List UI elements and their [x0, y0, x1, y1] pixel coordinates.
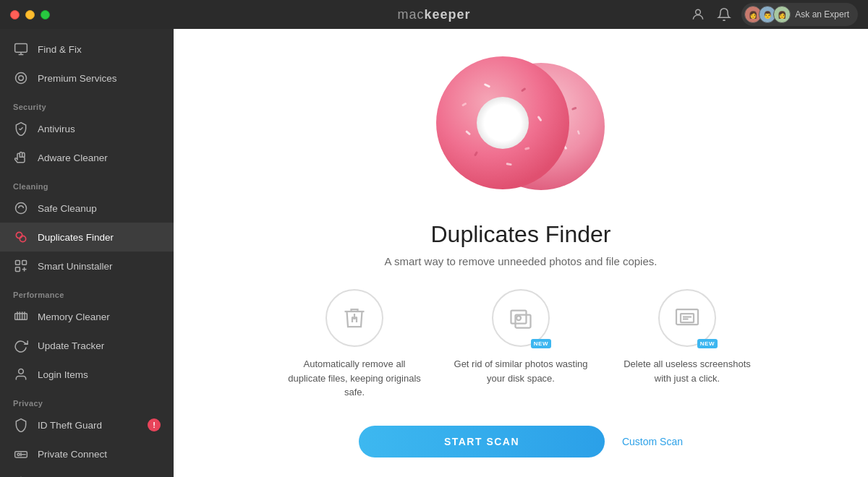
feature-desc-2: Get rid of similar photos wasting your d…	[452, 357, 590, 385]
app-logo: mackeeper	[397, 7, 470, 22]
feature-screenshots: NEW Delete all useless screenshots with …	[618, 289, 756, 385]
svg-point-10	[16, 232, 22, 238]
screenshots-icon	[674, 305, 700, 331]
section-privacy: Privacy	[0, 389, 174, 411]
sidebar-item-theft-guard[interactable]: ID Theft Guard !	[0, 411, 174, 439]
svg-point-5	[19, 76, 24, 81]
donuts-illustration	[420, 43, 622, 210]
avatar-3: 👩	[773, 6, 791, 23]
duplicate-icon	[13, 229, 29, 245]
sidebar-label-private-connect: Private Connect	[38, 449, 107, 460]
sidebar-label-update-tracker: Update Tracker	[38, 340, 104, 351]
feature-similar-photos: NEW Get rid of similar photos wasting yo…	[452, 289, 590, 385]
ask-expert-label: Ask an Expert	[795, 9, 849, 20]
theft-icon	[13, 417, 29, 433]
sidebar-item-smart-uninstaller[interactable]: Smart Uninstaller	[0, 252, 174, 280]
svg-point-26	[19, 369, 24, 374]
section-security: Security	[0, 93, 174, 114]
feature-icon-wrap-2: NEW	[492, 289, 550, 347]
new-badge-photos: NEW	[531, 339, 551, 348]
sidebar-item-premium[interactable]: Premium Services	[0, 64, 174, 93]
svg-point-4	[16, 73, 27, 84]
svg-point-42	[477, 97, 529, 149]
sidebar-item-find-fix[interactable]: Find & Fix	[0, 35, 174, 64]
sidebar-label-memory: Memory Cleaner	[38, 311, 110, 322]
sidebar-label-smart-uninstaller: Smart Uninstaller	[38, 261, 113, 272]
sidebar-label-premium: Premium Services	[38, 73, 117, 84]
memory-icon	[13, 309, 29, 325]
feature-title: Duplicates Finder	[431, 221, 611, 248]
bottom-actions: START SCAN Custom Scan	[359, 426, 683, 457]
sidebar-label-login-items: Login Items	[38, 369, 88, 380]
ask-expert-button[interactable]: 👩 👨 👩 Ask an Expert	[741, 3, 858, 26]
svg-rect-55	[681, 314, 694, 322]
sidebar: Find & Fix Premium Services Security Ant…	[0, 29, 174, 477]
titlebar: mackeeper 👩 👨 👩 Ask an Expert	[0, 0, 868, 29]
content-area: Duplicates Finder A smart way to remove …	[174, 29, 868, 477]
section-performance: Performance	[0, 280, 174, 302]
section-cleaning: Cleaning	[0, 172, 174, 194]
hand-icon	[13, 150, 29, 166]
sidebar-item-private-connect[interactable]: Private Connect	[0, 439, 174, 468]
maximize-button[interactable]	[41, 10, 50, 20]
custom-scan-link[interactable]: Custom Scan	[622, 436, 683, 447]
trash-download-icon	[341, 305, 367, 331]
feature-icon-wrap-3: NEW	[658, 289, 716, 347]
sidebar-label-duplicates: Duplicates Finder	[38, 232, 114, 243]
svg-rect-13	[22, 261, 27, 265]
svg-rect-14	[16, 267, 20, 272]
feature-subtitle: A smart way to remove unneeded photos an…	[385, 255, 658, 267]
svg-rect-1	[15, 44, 27, 53]
svg-line-6	[20, 129, 21, 130]
sidebar-item-adware[interactable]: Adware Cleaner	[0, 143, 174, 172]
shield-icon	[13, 121, 29, 137]
svg-point-11	[20, 236, 25, 241]
svg-line-7	[20, 127, 22, 129]
traffic-lights	[10, 10, 50, 20]
donuts-svg	[420, 43, 622, 210]
sidebar-label-theft-guard: ID Theft Guard	[38, 420, 102, 431]
star-icon	[13, 70, 29, 86]
sidebar-item-safe-cleanup[interactable]: Safe Cleanup	[0, 194, 174, 223]
sidebar-item-memory-cleaner[interactable]: Memory Cleaner	[0, 302, 174, 331]
svg-point-0	[696, 9, 701, 14]
svg-point-8	[16, 203, 27, 214]
feature-duplicate-files: Automatically remove all duplicate files…	[286, 289, 423, 400]
svg-rect-17	[15, 314, 27, 319]
feature-icon-wrap-1	[326, 289, 383, 347]
svg-point-28	[17, 453, 20, 455]
sidebar-item-update-tracker[interactable]: Update Tracker	[0, 331, 174, 360]
start-scan-button[interactable]: START SCAN	[359, 426, 605, 457]
sidebar-label-adware: Adware Cleaner	[38, 152, 108, 163]
vpn-icon	[13, 446, 29, 462]
feature-desc-3: Delete all useless screenshots with just…	[618, 357, 756, 385]
login-icon	[13, 366, 29, 382]
main-layout: Find & Fix Premium Services Security Ant…	[0, 29, 868, 477]
sidebar-item-antivirus[interactable]: Antivirus	[0, 114, 174, 143]
photos-icon	[508, 305, 534, 331]
sidebar-item-duplicates[interactable]: Duplicates Finder	[0, 223, 174, 252]
update-icon	[13, 338, 29, 353]
svg-rect-12	[16, 261, 20, 265]
expert-avatars: 👩 👨 👩	[744, 6, 791, 23]
features-row: Automatically remove all duplicate files…	[286, 289, 756, 400]
feature-desc-1: Automatically remove all duplicate files…	[286, 357, 423, 400]
svg-rect-51	[511, 311, 527, 324]
clean-icon	[13, 200, 29, 216]
sidebar-item-stopad[interactable]: StopAd	[0, 468, 174, 477]
close-button[interactable]	[10, 10, 20, 20]
bell-icon[interactable]	[715, 6, 733, 23]
monitor-icon	[13, 41, 29, 57]
sidebar-label-find-fix: Find & Fix	[38, 44, 82, 55]
theft-badge: !	[148, 418, 161, 431]
sidebar-item-login-items[interactable]: Login Items	[0, 360, 174, 389]
uninstall-icon	[13, 258, 29, 274]
user-icon[interactable]	[689, 6, 707, 23]
svg-point-53	[516, 316, 521, 320]
titlebar-right: 👩 👨 👩 Ask an Expert	[689, 3, 858, 26]
app-name: mackeeper	[397, 7, 470, 22]
minimize-button[interactable]	[25, 10, 35, 20]
sidebar-label-safe-cleanup: Safe Cleanup	[38, 203, 97, 214]
new-badge-screenshots: NEW	[697, 339, 718, 348]
sidebar-label-antivirus: Antivirus	[38, 124, 75, 134]
